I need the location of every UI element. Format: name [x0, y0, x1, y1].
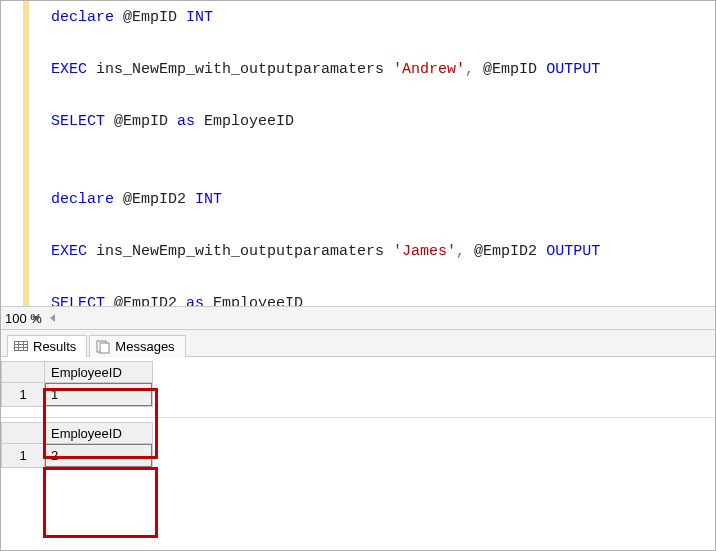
result-cell[interactable]: 1	[45, 383, 153, 407]
tab-messages-label: Messages	[115, 339, 174, 354]
row-number[interactable]: 1	[1, 444, 45, 468]
svg-rect-1	[100, 343, 109, 353]
tab-results[interactable]: Results	[7, 335, 87, 357]
resultset-1: EmployeeID 1 2	[1, 418, 715, 478]
result-cell[interactable]: 2	[45, 444, 153, 468]
tab-messages[interactable]: Messages	[89, 335, 185, 357]
zoom-level[interactable]: 100 %	[5, 311, 42, 326]
results-tabstrip: Results Messages	[1, 330, 715, 357]
resultset-0: EmployeeID 1 1	[1, 357, 715, 418]
messages-icon	[96, 340, 110, 354]
column-header[interactable]: EmployeeID	[45, 422, 153, 444]
sql-editor[interactable]: declare @EmpID INT EXEC ins_NewEmp_with_…	[1, 1, 715, 306]
grid-icon	[14, 341, 28, 353]
scroll-left-icon[interactable]	[50, 314, 55, 322]
column-header[interactable]: EmployeeID	[45, 361, 153, 383]
zoom-bar: 100 %	[1, 306, 715, 330]
editor-gutter	[1, 1, 29, 306]
grid-corner	[1, 422, 45, 444]
row-number[interactable]: 1	[1, 383, 45, 407]
results-pane[interactable]: EmployeeID 1 1 EmployeeID 1 2	[1, 357, 715, 550]
tab-results-label: Results	[33, 339, 76, 354]
code-area[interactable]: declare @EmpID INT EXEC ins_NewEmp_with_…	[29, 1, 715, 306]
grid-corner	[1, 361, 45, 383]
